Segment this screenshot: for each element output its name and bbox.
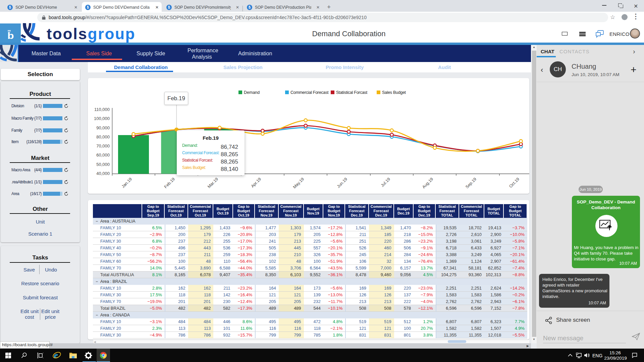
svg-text:Sep.19: Sep.19 (465, 177, 477, 189)
svg-text:Commercial Forecast: Commercial Forecast (290, 90, 329, 95)
svg-text:Jul.19: Jul.19 (380, 177, 391, 188)
svg-text:70,000: 70,000 (96, 143, 110, 148)
svg-text:Oct.19: Oct.19 (508, 177, 520, 189)
svg-text:40,000: 40,000 (96, 171, 110, 176)
svg-text:110,000: 110,000 (94, 107, 110, 112)
svg-text:Mar.19: Mar.19 (207, 177, 219, 189)
svg-text:May.19: May.19 (292, 177, 305, 189)
svg-text:100,000: 100,000 (94, 116, 110, 121)
svg-text:Jan.19: Jan.19 (121, 177, 133, 189)
svg-text:Apr.19: Apr.19 (250, 177, 262, 188)
svg-text:Feb.19: Feb.19 (163, 177, 176, 189)
svg-text:60,000: 60,000 (96, 153, 110, 158)
svg-text:Jun.19: Jun.19 (336, 177, 348, 189)
svg-text:90,000: 90,000 (96, 125, 110, 130)
svg-text:Demand: Demand (244, 90, 260, 95)
svg-text:Aug.19: Aug.19 (421, 177, 434, 189)
svg-text:80,000: 80,000 (96, 134, 110, 139)
svg-text:Sales Budget: Sales Budget (382, 90, 406, 95)
svg-text:Statistical Forcast: Statistical Forcast (336, 90, 368, 95)
svg-text:50,000: 50,000 (96, 162, 110, 167)
